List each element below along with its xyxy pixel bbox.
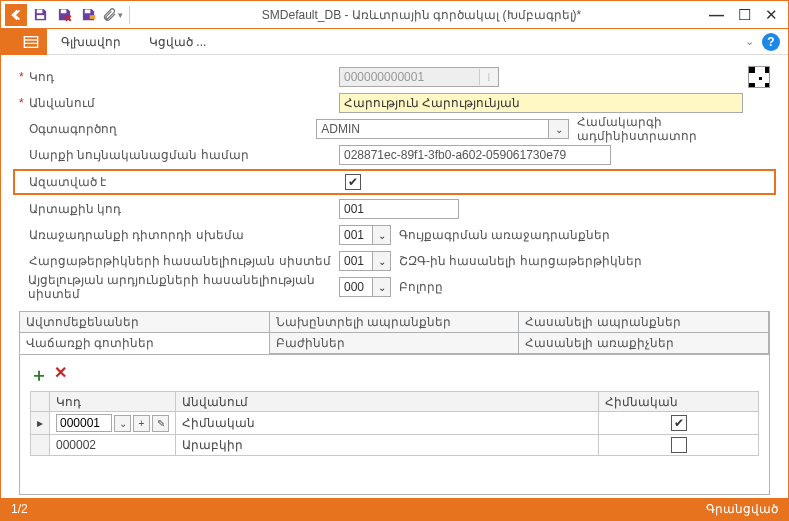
chevron-down-icon[interactable]: ⌄ <box>372 252 390 270</box>
serial-input[interactable]: 028871ec-89f1-3fb0-a602-059061730e79 <box>339 145 611 165</box>
survey-sys-desc: ՇԶԳ-ին հասանելի հարցաթերթիկներ <box>399 254 642 268</box>
tab-sales-zones[interactable]: Վաճառքի գոտիներ <box>19 332 270 354</box>
minimize-button[interactable]: — <box>709 7 724 22</box>
svg-rect-4 <box>89 15 95 19</box>
grid-header-main[interactable]: Հիմնական <box>599 392 759 412</box>
label-survey-sys: Հարցաթերթիկների հասանելիության սիստեմ <box>29 254 331 268</box>
maximize-button[interactable]: ☐ <box>738 7 751 22</box>
menubar: Գլխավոր Կցված ... ⌄ ? <box>1 29 788 55</box>
save-icon[interactable] <box>29 4 51 26</box>
qr-icon[interactable] <box>748 66 770 88</box>
status-bar: 1/2 Գրանցված <box>1 498 788 520</box>
add-row-button[interactable]: ＋ <box>30 363 48 387</box>
save-new-icon[interactable] <box>77 4 99 26</box>
label-active: Ազատված է <box>29 175 106 189</box>
tab-cars[interactable]: Ավտոմեքենաներ <box>19 311 270 333</box>
status-right: Գրանցված <box>706 502 778 516</box>
grid-row-indicator-header <box>31 392 50 412</box>
row-pointer-icon: ▸ <box>31 412 50 435</box>
tab-pref-products[interactable]: Նախընտրելի ապրանքներ <box>269 311 520 333</box>
row-code-input[interactable] <box>56 414 112 432</box>
user-hint: Համակարգի ադմինիստրատոր <box>577 115 770 143</box>
name-input[interactable]: Հարություն Հարությունյան <box>339 93 743 113</box>
grid-header-name[interactable]: Անվանում <box>176 392 599 412</box>
row-main-checkbox[interactable] <box>671 437 687 453</box>
chevron-down-icon[interactable]: ⌄ <box>114 415 131 432</box>
label-visit-sys: Այցելության արդյունքների հասանելիության … <box>28 273 339 301</box>
app-logo[interactable] <box>5 4 27 26</box>
save-close-icon[interactable] <box>53 4 75 26</box>
close-button[interactable]: ✕ <box>765 7 778 22</box>
label-serial: Սարքի նույնականացման համար <box>29 148 249 162</box>
svg-rect-1 <box>36 15 44 19</box>
zones-grid: Կոդ Անվանում Հիմնական ▸ ⌄ + ✎ <box>30 391 759 456</box>
grid-header-code[interactable]: Կոդ <box>50 392 176 412</box>
svg-rect-5 <box>24 36 37 47</box>
tab-avail-products[interactable]: Հասանելի ապրանքներ <box>518 311 769 333</box>
row-main-checkbox[interactable] <box>671 415 687 431</box>
chevron-down-icon[interactable]: ⌄ <box>548 120 568 138</box>
table-row[interactable]: 000002 Արաբկիր <box>31 435 759 456</box>
label-name: Անվանում <box>29 96 95 110</box>
user-select[interactable]: ADMIN ⌄ <box>316 119 569 139</box>
row-name-cell[interactable]: Արաբկիր <box>176 435 599 456</box>
svg-rect-0 <box>36 10 42 14</box>
window-title: SMDefault_DB - Առևտրային գործակալ (Խմբագ… <box>134 8 709 22</box>
label-code: Կոդ <box>29 70 54 84</box>
row-name-cell[interactable]: Հիմնական <box>176 412 599 435</box>
attach-icon[interactable]: ▾ <box>101 4 123 26</box>
visit-sys-select[interactable]: 000⌄ <box>339 277 391 297</box>
menu-main[interactable]: Գլխավոր <box>47 29 135 55</box>
table-row[interactable]: ▸ ⌄ + ✎ Հիմնական <box>31 412 759 435</box>
code-input[interactable]: 000000000001 ⁞ <box>339 67 499 87</box>
offer-sys-select[interactable]: 001⌄ <box>339 225 391 245</box>
plus-icon[interactable]: + <box>133 415 150 432</box>
status-left: 1/2 <box>11 502 28 516</box>
label-extcode: Արտաքին կոդ <box>29 202 121 216</box>
chevron-down-icon[interactable]: ⌄ <box>372 226 390 244</box>
label-offer-sys: Առաջադրանքի դիտորդի սխեմա <box>29 228 244 242</box>
label-user: Օգտագործող <box>29 122 117 136</box>
delete-row-button[interactable]: ✕ <box>54 363 67 387</box>
document-tab[interactable] <box>15 29 47 55</box>
svg-rect-2 <box>60 10 66 14</box>
code-picker-icon[interactable]: ⁞ <box>479 69 497 85</box>
active-row-highlight: *Ազատված է <box>13 169 776 195</box>
detail-tabs: Ավտոմեքենաներ Նախընտրելի ապրանքներ Հասան… <box>19 311 770 495</box>
offer-sys-desc: Գույքագրման առաջադրանքներ <box>399 228 610 242</box>
menu-attached[interactable]: Կցված ... <box>135 29 220 55</box>
extcode-input[interactable]: 001 <box>339 199 459 219</box>
tab-avail-couriers[interactable]: Հասանելի առաքիչներ <box>518 332 769 354</box>
survey-sys-select[interactable]: 001⌄ <box>339 251 391 271</box>
row-pointer-icon <box>31 435 50 456</box>
chevron-down-icon[interactable]: ⌄ <box>372 278 390 296</box>
form-area: *Կոդ 000000000001 ⁞ *Անվանում Հարություն… <box>1 55 788 305</box>
menu-chevron-icon[interactable]: ⌄ <box>745 35 754 48</box>
active-checkbox[interactable] <box>345 174 361 190</box>
titlebar: ▾ SMDefault_DB - Առևտրային գործակալ (Խմբ… <box>1 1 788 29</box>
visit-sys-desc: Բոլորը <box>399 280 443 294</box>
help-icon[interactable]: ? <box>762 33 780 51</box>
row-code-cell[interactable]: 000002 <box>50 435 176 456</box>
edit-icon[interactable]: ✎ <box>152 415 169 432</box>
tab-body: ＋ ✕ Կոդ Անվանում Հիմնական ▸ ⌄ <box>20 354 769 494</box>
svg-rect-3 <box>84 10 90 14</box>
tab-departments[interactable]: Բաժիններ <box>269 332 520 354</box>
